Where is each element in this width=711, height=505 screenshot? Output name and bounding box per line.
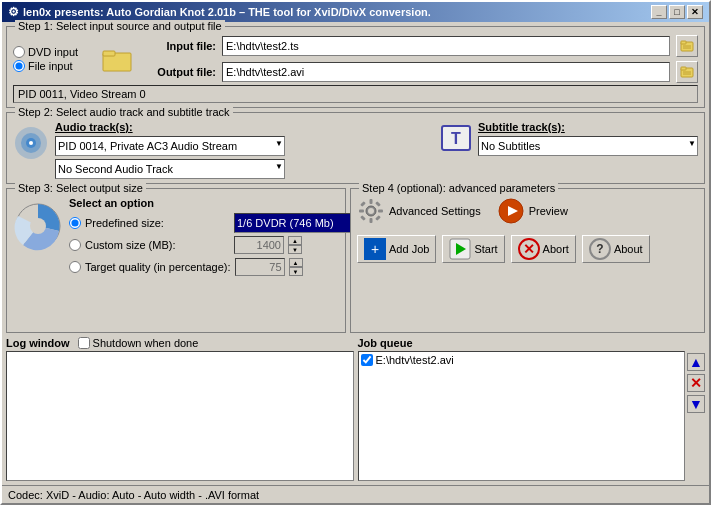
custom-spin-up[interactable]: ▲ [288,236,302,245]
svg-rect-26 [360,215,366,221]
add-job-button[interactable]: + Add Job [357,235,436,263]
subtitle-icon: T [440,122,472,156]
queue-title: Job queue [358,337,706,349]
shutdown-label: Shutdown when done [93,337,199,349]
minimize-button[interactable]: _ [651,5,667,19]
titlebar-left: ⚙ len0x presents: Auto Gordian Knot 2.01… [8,5,431,19]
log-header: Log window Shutdown when done [6,337,354,349]
custom-label: Custom size (MB): [85,239,230,251]
shutdown-checkbox[interactable] [78,337,90,349]
quality-spin-up[interactable]: ▲ [289,258,303,267]
input-file-field[interactable] [222,36,670,56]
svg-point-19 [368,208,374,214]
queue-up-button[interactable]: ▲ [687,353,705,371]
subtitle-select-wrapper: No Subtitles ▼ [478,136,698,156]
log-box[interactable] [6,351,354,482]
custom-size-row: Custom size (MB): ▲ ▼ [69,234,364,256]
file-radio[interactable] [13,60,25,72]
abort-button[interactable]: ✕ Abort [511,235,576,263]
queue-section: Job queue E:\hdtv\test2.avi ▲ ✕ ▼ [358,337,706,482]
output-browse-button[interactable] [676,61,698,83]
input-browse-button[interactable] [676,35,698,57]
advanced-settings-button[interactable]: Advanced Settings [357,197,481,225]
titlebar-controls: _ □ ✕ [651,5,703,19]
input-file-row: Input file: [141,35,698,57]
input-file-label: Input file: [141,40,216,52]
step4-title: Step 4 (optional): advanced parameters [359,182,558,194]
queue-row: E:\hdtv\test2.avi ▲ ✕ ▼ [358,351,706,482]
abort-icon: ✕ [518,238,540,260]
list-item: E:\hdtv\test2.avi [361,354,683,366]
output-file-field[interactable] [222,62,670,82]
svg-point-13 [29,141,33,145]
quality-spinner: ▲ ▼ [289,258,303,276]
audio-icon [13,125,49,163]
queue-delete-button[interactable]: ✕ [687,374,705,392]
log-queue-row: Log window Shutdown when done Job queue … [6,337,705,482]
svg-rect-3 [681,41,686,44]
main-window: ⚙ len0x presents: Auto Gordian Knot 2.01… [0,0,711,505]
queue-item-label: E:\hdtv\test2.avi [376,354,454,366]
subtitle-inner: Subtitle track(s): No Subtitles ▼ [478,121,698,156]
title-icon: ⚙ [8,5,19,19]
custom-value-input [234,236,284,254]
audio-track2-select[interactable]: No Second Audio Track [55,159,285,179]
step3-inner: Select an option Predefined size: 1/6 DV… [13,197,339,278]
custom-spin-down[interactable]: ▼ [288,245,302,254]
quality-radio[interactable] [69,261,81,273]
preview-button[interactable]: Preview [497,197,568,225]
about-button[interactable]: ? About [582,235,650,263]
svg-text:T: T [451,130,461,147]
dvd-radio[interactable] [13,46,25,58]
svg-rect-7 [681,67,686,70]
step4-group: Step 4 (optional): advanced parameters [350,188,705,333]
predefined-select[interactable]: 1/6 DVDR (746 Mb) [234,213,364,233]
preview-label: Preview [529,205,568,217]
select-option-label: Select an option [69,197,364,209]
audio-tracks-label: Audio track(s): [55,121,285,133]
audio-section: Audio track(s): PID 0014, Private AC3 Au… [13,121,285,179]
file-input-option[interactable]: File input [13,60,93,72]
add-job-label: Add Job [389,243,429,255]
audio-track1-select[interactable]: PID 0014, Private AC3 Audio Stream [55,136,285,156]
step1-title: Step 1: Select input source and output f… [15,20,225,32]
statusbar: Codec: XviD - Audio: Auto - Auto width -… [2,485,709,503]
preview-icon [497,197,525,225]
subtitle-section: T Subtitle track(s): No Subtitles ▼ [440,121,698,156]
predefined-radio[interactable] [69,217,81,229]
svg-point-17 [30,218,46,234]
step1-group: Step 1: Select input source and output f… [6,26,705,108]
start-button[interactable]: Start [442,235,504,263]
close-button[interactable]: ✕ [687,5,703,19]
queue-down-button[interactable]: ▼ [687,395,705,413]
svg-rect-1 [103,51,115,56]
titlebar: ⚙ len0x presents: Auto Gordian Knot 2.01… [2,2,709,22]
abort-label: Abort [543,243,569,255]
svg-rect-24 [360,201,366,207]
step2-inner: Audio track(s): PID 0014, Private AC3 Au… [13,121,698,179]
queue-box[interactable]: E:\hdtv\test2.avi [358,351,686,482]
bottom-row: Step 3: Select output size Select an opt… [6,188,705,333]
shutdown-option[interactable]: Shutdown when done [78,337,199,349]
svg-rect-21 [370,218,373,223]
audio-track2-wrapper: No Second Audio Track ▼ [55,159,285,179]
svg-rect-25 [375,201,381,207]
step1-inner: DVD input File input Input file: [13,35,698,83]
quality-spin-down[interactable]: ▼ [289,267,303,276]
predefined-label: Predefined size: [85,217,230,229]
subtitle-select[interactable]: No Subtitles [478,136,698,156]
step2-group: Step 2: Select audio track and subtitle … [6,112,705,184]
log-section: Log window Shutdown when done [6,337,354,482]
dvd-input-option[interactable]: DVD input [13,46,93,58]
advanced-settings-label: Advanced Settings [389,205,481,217]
predefined-select-wrapper: 1/6 DVDR (746 Mb) ▼ [234,213,364,233]
about-icon: ? [589,238,611,260]
step3-group: Step 3: Select output size Select an opt… [6,188,346,333]
queue-item-checkbox[interactable] [361,354,373,366]
queue-buttons: ▲ ✕ ▼ [687,351,705,482]
maximize-button[interactable]: □ [669,5,685,19]
custom-radio[interactable] [69,239,81,251]
output-file-label: Output file: [141,66,216,78]
audio-tracks: Audio track(s): PID 0014, Private AC3 Au… [55,121,285,179]
step3-title: Step 3: Select output size [15,182,146,194]
